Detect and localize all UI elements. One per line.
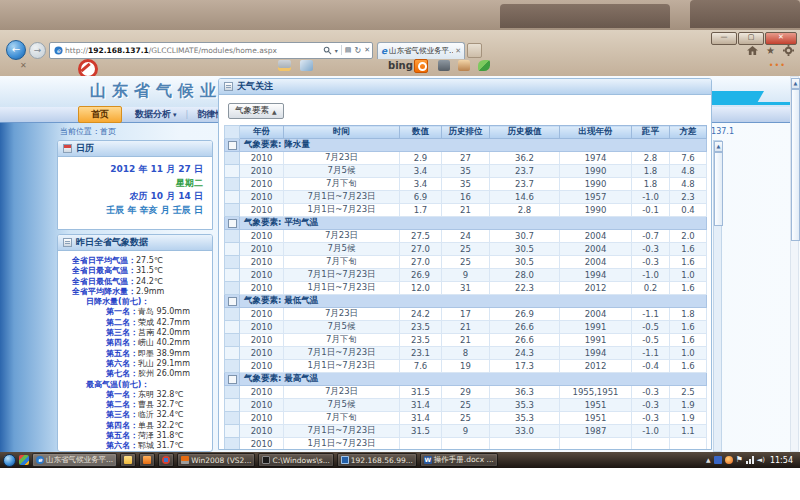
calendar-panel-header[interactable]: 日历 [58,141,212,157]
cardreader-icon[interactable] [278,60,291,71]
column-header: 数值 [400,126,442,139]
scroll-up-icon[interactable]: ▲ [714,141,723,152]
group-checkbox[interactable] [228,297,237,306]
taskbar-app-1[interactable] [120,453,136,467]
minimize-button[interactable]: — [711,32,737,45]
assistant-addon-icon[interactable] [458,60,470,71]
table-row[interactable]: 20107月5候27.02530.52004-0.31.6 [225,243,707,256]
table-row[interactable]: 20107月5候23.52126.61991-0.51.6 [225,321,707,334]
nav-item-1[interactable]: 数据分析▾ [126,107,186,122]
group-checkbox-cell [225,139,240,152]
start-button[interactable] [3,454,16,467]
search-dropdown-icon[interactable]: ▾ [335,47,338,54]
table-row[interactable]: 20101月1日~7月23日7.61917.32012-0.41.6 [225,360,707,373]
table-cell: -0.3 [632,386,670,399]
home-icon[interactable] [747,46,758,56]
new-tab-button[interactable] [467,43,482,58]
table-row[interactable]: 20107月下旬27.02530.52004-0.31.6 [225,256,707,269]
table-row[interactable]: 20101月1日~7月23日1.7212.81990-0.10.4 [225,204,707,217]
table-cell: 7月23日 [284,386,400,399]
table-row[interactable]: 20107月1日~7月23日23.1824.31994-1.11.0 [225,347,707,360]
taskbar-app-2[interactable] [139,453,155,467]
table-row[interactable]: 20107月1日~7月23日6.91614.61957-1.02.3 [225,191,707,204]
close-button[interactable]: ✕ [765,32,797,45]
group-checkbox[interactable] [228,141,237,150]
search-provider-icon[interactable] [414,59,428,73]
table-row[interactable]: 20107月1日~7月23日31.5933.01987-1.01.1 [225,425,707,438]
table-cell: 2010 [240,191,284,204]
column-header: 年份 [240,126,284,139]
table-cell: 2010 [240,321,284,334]
table-row[interactable]: 20107月23日24.21726.92004-1.11.8 [225,308,707,321]
group-checkbox[interactable] [228,219,237,228]
maximize-button[interactable]: ▢ [738,32,764,45]
network-icon[interactable] [746,456,754,464]
table-cell: 29 [442,386,490,399]
speaker-icon[interactable]: ◄) [757,456,765,464]
table-row[interactable]: 20101月1日~7月23日 [225,438,707,451]
taskbar-clock[interactable]: 11:54 [770,456,793,465]
table-row[interactable]: 20107月1日~7月23日26.9928.01994-1.01.0 [225,269,707,282]
table-cell: 3.4 [400,165,442,178]
taskbar-app-0[interactable]: e山东省气候业务平... [32,453,117,467]
table-row[interactable]: 20107月下旬3.43523.719901.84.8 [225,178,707,191]
group-header-row[interactable]: 气象要素: 最低气温 [225,295,707,308]
stat-label: 第六名： [106,359,138,368]
table-cell: 7月23日 [284,230,400,243]
compatibility-icon[interactable]: ▤ [345,46,352,54]
forward-button[interactable]: → [29,42,46,59]
taskbar-app-label: 192.168.56.99... [351,456,413,465]
pinned-app-icon[interactable] [19,455,29,465]
table-cell: 2.9 [400,152,442,165]
tray-expand-icon[interactable]: ▲ [706,456,711,464]
taskbar-app-4[interactable]: Win2008 (VS2... [177,453,255,467]
group-header-row[interactable]: 气象要素: 降水量 [225,139,707,152]
group-checkbox-cell [225,373,240,386]
scrollbar-thumb[interactable] [714,152,723,226]
taskbar-app-5[interactable]: C:\Windows\s... [258,453,333,467]
table-row[interactable]: 20107月23日31.52936.31955,1951-0.32.5 [225,386,707,399]
settings-gear-icon[interactable] [783,45,794,56]
search-icon[interactable] [323,46,332,55]
nav-item-0[interactable]: 首页 [78,106,122,123]
table-row[interactable]: 20107月23日2.92736.219742.87.6 [225,152,707,165]
tab-close-icon[interactable]: ✕ [455,47,461,55]
table-row[interactable]: 20107月5候3.43523.719901.84.8 [225,165,707,178]
group-checkbox[interactable] [228,375,237,384]
action-center-flag-icon[interactable]: ⚑ [736,456,743,464]
taskbar-app-7[interactable]: W操作手册.docx ... [420,453,498,467]
table-row[interactable]: 20107月23日27.52430.72004-0.72.0 [225,230,707,243]
table-cell: 31.4 [400,399,442,412]
table-cell: -0.4 [632,360,670,373]
table-cell: -0.3 [632,243,670,256]
puzzle-addon-icon[interactable] [478,60,490,71]
table-row[interactable]: 20107月下旬31.42535.31951-0.31.9 [225,412,707,425]
stop-icon[interactable]: ✕ [364,46,370,54]
refresh-icon[interactable]: ↻ [354,46,361,55]
camera-addon-icon[interactable] [438,60,450,71]
toolbar-close-icon[interactable]: ✕ [20,61,27,70]
mail-icon[interactable] [300,60,313,71]
table-cell [490,438,560,451]
scroll-up-icon[interactable]: ▲ [791,78,800,89]
taskbar-app-3[interactable] [158,453,174,467]
back-button[interactable]: ← [6,40,26,60]
scrollbar-thumb[interactable] [791,89,800,241]
table-row[interactable]: 20107月5候31.42535.31951-0.31.9 [225,399,707,412]
element-filter-button[interactable]: 气象要素 ▲ [228,103,284,119]
browser-scrollbar[interactable]: ▲ [790,76,799,452]
address-bar[interactable]: e http://192.168.137.1/GLCCLIMATE/module… [49,42,373,59]
group-header-row[interactable]: 气象要素: 最高气温 [225,373,707,386]
overflow-dots-icon[interactable]: ••• [769,61,786,70]
browser-tab[interactable]: e 山东省气候业务平... ✕ [377,42,465,59]
group-header-row[interactable]: 气象要素: 平均气温 [225,217,707,230]
table-row[interactable]: 20107月下旬23.52126.61991-0.51.6 [225,334,707,347]
yesterday-panel-header[interactable]: 昨日全省气象数据 [58,235,212,251]
language-indicator-icon[interactable] [714,456,722,464]
firefox-tray-icon[interactable] [725,456,733,464]
taskbar-app-6[interactable]: 192.168.56.99... [337,453,417,467]
content-scrollbar[interactable]: ▲ [713,140,722,452]
table-row[interactable]: 20101月1日~7月23日12.03122.320120.21.6 [225,282,707,295]
table-cell: 2010 [240,152,284,165]
favorites-star-icon[interactable]: ★ [766,45,775,56]
